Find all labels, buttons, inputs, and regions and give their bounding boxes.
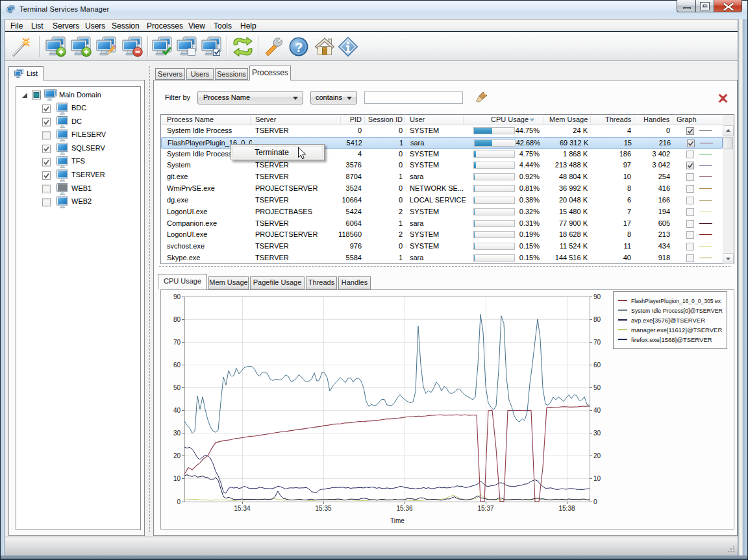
svg-text:0: 0	[177, 498, 181, 505]
svg-text:40: 40	[593, 407, 601, 414]
svg-text:40: 40	[173, 407, 181, 414]
svg-text:70: 70	[173, 339, 181, 346]
svg-text:20: 20	[593, 452, 601, 459]
svg-text:20: 20	[173, 452, 181, 459]
svg-text:System Idle Process[0]@TSERVER: System Idle Process[0]@TSERVER	[631, 307, 723, 314]
svg-text:15:34: 15:34	[234, 505, 250, 512]
svg-text:15:37: 15:37	[477, 505, 493, 512]
svg-text:?: ?	[295, 40, 303, 55]
svg-text:0: 0	[593, 498, 597, 505]
svg-text:80: 80	[593, 316, 601, 323]
svg-text:15:35: 15:35	[315, 505, 331, 512]
svg-text:manager.exe[11612]@TSERVER: manager.exe[11612]@TSERVER	[631, 326, 722, 334]
svg-text:15:36: 15:36	[396, 505, 412, 512]
svg-text:FlashPlayerPlugion_16_0_0_305: FlashPlayerPlugion_16_0_0_305 ex	[631, 297, 721, 304]
svg-text:60: 60	[593, 361, 601, 369]
svg-text:50: 50	[593, 384, 601, 391]
svg-text:90: 90	[173, 293, 181, 300]
svg-text:70: 70	[593, 339, 601, 346]
svg-text:firefox.exe[1588]@TSERVER: firefox.exe[1588]@TSERVER	[631, 336, 712, 343]
svg-text:60: 60	[173, 361, 181, 369]
svg-text:90: 90	[593, 293, 601, 300]
svg-text:15:38: 15:38	[558, 505, 575, 512]
svg-text:10: 10	[593, 475, 601, 482]
svg-text:30: 30	[173, 430, 181, 437]
svg-text:avp.exe[3576]@TSERVER: avp.exe[3576]@TSERVER	[631, 317, 705, 324]
svg-text:50: 50	[173, 384, 181, 391]
svg-text:30: 30	[593, 430, 601, 437]
svg-text:Time: Time	[390, 517, 405, 524]
svg-text:80: 80	[173, 316, 181, 323]
svg-text:10: 10	[173, 475, 181, 482]
